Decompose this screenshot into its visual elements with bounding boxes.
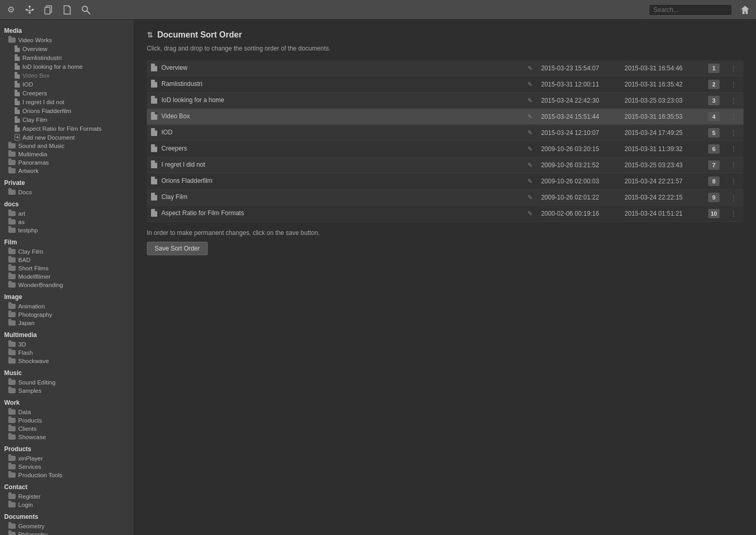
edit-cell[interactable]: ✎ — [523, 109, 537, 125]
sidebar-item-testphp[interactable]: testphp — [0, 226, 134, 234]
drag-handle-cell[interactable]: ⋮ — [724, 60, 744, 77]
edit-cell[interactable]: ✎ — [523, 173, 537, 190]
edit-cell[interactable]: ✎ — [523, 141, 537, 157]
sidebar-item-production-tools[interactable]: Production Tools — [0, 471, 134, 479]
sidebar-item-overview[interactable]: Overview — [0, 44, 134, 53]
drag-handle[interactable]: ⋮ — [728, 209, 739, 218]
sidebar-section-image: Image — [0, 289, 134, 302]
edit-cell[interactable]: ✎ — [523, 125, 537, 141]
sidebar-item-wonderbranding[interactable]: WonderBranding — [0, 281, 134, 289]
copy-icon[interactable] — [43, 4, 54, 16]
drag-handle-cell[interactable]: ⋮ — [724, 157, 744, 173]
pencil-icon[interactable]: ✎ — [527, 178, 533, 185]
search-input[interactable] — [649, 4, 732, 16]
sidebar-item-3d[interactable]: 3D — [0, 340, 134, 349]
sidebar-item-clay-film[interactable]: Clay Film — [0, 247, 134, 256]
sidebar-item-japan[interactable]: Japan — [0, 319, 134, 327]
modified-date: 2015-03-31 16:35:42 — [621, 77, 704, 93]
drag-handle-cell[interactable]: ⋮ — [724, 190, 744, 206]
sidebar-item-clay-film[interactable]: Clay Film — [0, 115, 134, 124]
pencil-icon[interactable]: ✎ — [527, 81, 533, 88]
pencil-icon[interactable]: ✎ — [527, 129, 533, 136]
sidebar-item-i-regret-i-did-not[interactable]: I regret I did not — [0, 97, 134, 106]
edit-cell[interactable]: ✎ — [523, 206, 537, 222]
sidebar-item-orions-fladderfilm[interactable]: Orions Fladderfilm — [0, 106, 134, 115]
sidebar-item-geometry[interactable]: Geometry — [0, 522, 134, 530]
save-sort-order-button[interactable]: Save Sort Order — [147, 242, 208, 255]
pencil-icon[interactable]: ✎ — [527, 194, 533, 201]
drag-handle[interactable]: ⋮ — [728, 80, 739, 89]
sidebar-item-creepers[interactable]: Creepers — [0, 89, 134, 97]
drag-handle-cell[interactable]: ⋮ — [724, 93, 744, 109]
sidebar-item-products[interactable]: Products — [0, 416, 134, 425]
gear-icon[interactable]: ⚙ — [5, 4, 17, 16]
search-icon[interactable] — [80, 4, 92, 16]
sidebar-item-add-new-document[interactable]: Add new Document — [0, 133, 134, 142]
sitemap-icon[interactable] — [24, 4, 35, 16]
drag-handle-cell[interactable]: ⋮ — [724, 125, 744, 141]
sidebar-item-register[interactable]: Register — [0, 492, 134, 501]
drag-handle[interactable]: ⋮ — [728, 145, 739, 153]
sidebar-item-modellfilmer[interactable]: Modellfilmer — [0, 272, 134, 281]
pencil-icon[interactable]: ✎ — [527, 113, 533, 120]
table-row: IoD looking for a home ✎ 2015-03-24 22:4… — [147, 93, 744, 109]
sidebar-item-artwork[interactable]: Artwork — [0, 167, 134, 175]
sidebar-item-services[interactable]: Services — [0, 463, 134, 471]
edit-cell[interactable]: ✎ — [523, 157, 537, 173]
sidebar-item-iod[interactable]: IOD — [0, 80, 134, 89]
drag-handle-cell[interactable]: ⋮ — [724, 109, 744, 125]
sidebar-item-bad[interactable]: BAD — [0, 256, 134, 264]
pencil-icon[interactable]: ✎ — [527, 65, 533, 72]
sidebar-item-panoramas[interactable]: Panoramas — [0, 158, 134, 167]
folder-icon — [8, 388, 16, 393]
sidebar-item-sound-and-music[interactable]: Sound and Music — [0, 142, 134, 150]
folder-icon — [8, 320, 16, 326]
pencil-icon[interactable]: ✎ — [527, 97, 533, 104]
edit-cell[interactable]: ✎ — [523, 93, 537, 109]
drag-handle-cell[interactable]: ⋮ — [724, 206, 744, 222]
doc-name: IoD looking for a home — [161, 96, 224, 104]
pencil-icon[interactable]: ✎ — [527, 210, 533, 217]
sidebar-item-sound-editing[interactable]: Sound Editing — [0, 378, 134, 387]
edit-cell[interactable]: ✎ — [523, 60, 537, 77]
sidebar-item-short-films[interactable]: Short Films — [0, 264, 134, 272]
sidebar-item-showcase[interactable]: Showcase — [0, 433, 134, 441]
sidebar-item-samples[interactable]: Samples — [0, 387, 134, 395]
sidebar-item-iod-looking-for-a-home[interactable]: IoD looking for a home — [0, 62, 134, 71]
sidebar-item-as[interactable]: as — [0, 218, 134, 226]
sort-icon: ⇅ — [147, 31, 153, 39]
home-icon[interactable] — [739, 4, 751, 16]
sidebar-item-video-works[interactable]: Video Works — [0, 36, 134, 44]
sidebar-item-data[interactable]: Data — [0, 408, 134, 416]
drag-handle[interactable]: ⋮ — [728, 113, 739, 121]
sidebar-item-photography[interactable]: Photography — [0, 310, 134, 319]
sidebar-item-philosophy[interactable]: Philosophy — [0, 530, 134, 535]
sidebar-item-xinplayer[interactable]: xinPlayer — [0, 454, 134, 463]
pencil-icon[interactable]: ✎ — [527, 161, 533, 169]
sidebar-item-video-box[interactable]: Video Box — [0, 71, 134, 80]
num-badge-cell: 5 — [704, 125, 724, 141]
sidebar-item-shockwave[interactable]: Shockwave — [0, 357, 134, 365]
drag-handle[interactable]: ⋮ — [728, 96, 739, 105]
drag-handle-cell[interactable]: ⋮ — [724, 173, 744, 190]
drag-handle[interactable]: ⋮ — [728, 129, 739, 137]
drag-handle[interactable]: ⋮ — [728, 193, 739, 202]
sidebar-item-multimedia[interactable]: Multimedia — [0, 150, 134, 158]
sidebar-item-flash[interactable]: Flash — [0, 349, 134, 357]
drag-handle[interactable]: ⋮ — [728, 161, 739, 169]
sidebar-item-animation[interactable]: Animation — [0, 302, 134, 310]
pencil-icon[interactable]: ✎ — [527, 145, 533, 153]
edit-cell[interactable]: ✎ — [523, 77, 537, 93]
sidebar-item-ramlistindustri[interactable]: Ramlistindustri — [0, 53, 134, 62]
sidebar-item-art[interactable]: art — [0, 209, 134, 218]
sidebar-item-clients[interactable]: Clients — [0, 425, 134, 433]
edit-cell[interactable]: ✎ — [523, 190, 537, 206]
file-icon[interactable] — [61, 4, 73, 16]
drag-handle-cell[interactable]: ⋮ — [724, 77, 744, 93]
drag-handle-cell[interactable]: ⋮ — [724, 141, 744, 157]
drag-handle[interactable]: ⋮ — [728, 64, 739, 72]
sidebar-item-login[interactable]: Login — [0, 501, 134, 509]
drag-handle[interactable]: ⋮ — [728, 177, 739, 185]
sidebar-item-aspect-ratio-for-film-formats[interactable]: Aspect Ratio for Film Formats — [0, 124, 134, 133]
sidebar-item-docs[interactable]: Docs — [0, 188, 134, 196]
